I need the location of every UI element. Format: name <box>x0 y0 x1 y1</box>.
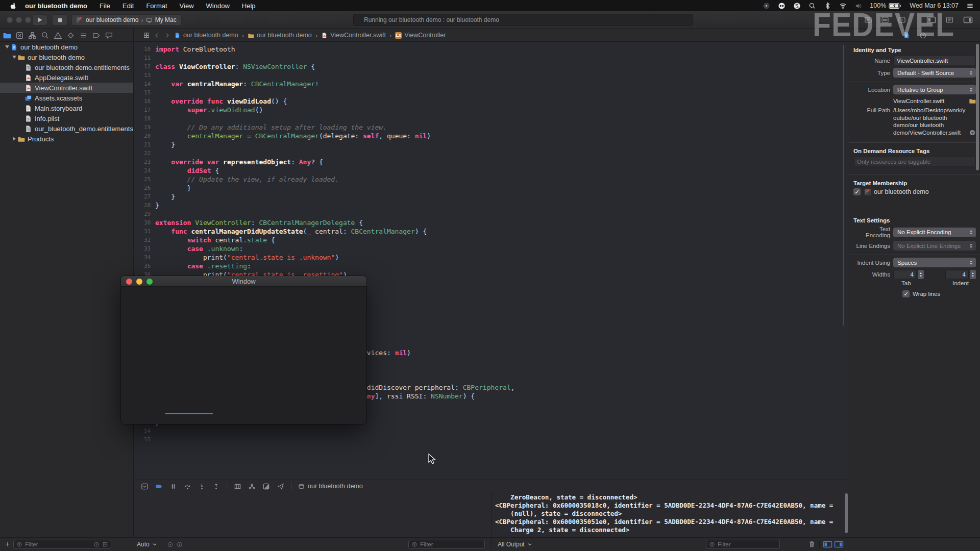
code-line[interactable]: 20 centralManager = CBCentralManager(del… <box>134 132 849 140</box>
code-line[interactable]: 13 <box>134 71 849 80</box>
show-only-modified-icon[interactable] <box>167 541 174 548</box>
close-button[interactable] <box>7 17 13 23</box>
bluetooth-icon[interactable] <box>824 2 831 10</box>
active-app-name[interactable]: our bluetooth demo <box>25 2 87 10</box>
step-into-icon[interactable] <box>198 483 206 490</box>
wifi-icon[interactable] <box>839 2 847 10</box>
wrap-lines-checkbox[interactable]: ✓ <box>902 290 910 297</box>
source-control-icon[interactable] <box>15 31 24 40</box>
code-line[interactable]: 34 print("central.state is .unknown") <box>134 253 849 262</box>
indent-using-dropdown[interactable]: Spaces <box>893 258 976 267</box>
issue-navigator-icon[interactable] <box>54 31 62 40</box>
step-out-icon[interactable] <box>212 483 220 490</box>
show-variables-view-icon[interactable] <box>823 540 832 548</box>
symbol-navigator-icon[interactable] <box>28 31 37 40</box>
file-tree-row[interactable]: Products <box>0 134 133 144</box>
code-line[interactable]: 14 var centralManager: CBCentralManager! <box>134 80 849 88</box>
screenshare-icon[interactable] <box>778 2 786 10</box>
view-hierarchy-icon[interactable] <box>234 483 241 490</box>
folder-icon[interactable] <box>969 97 976 105</box>
menu-view[interactable]: View <box>180 2 194 10</box>
version-editor-icon[interactable] <box>898 16 906 24</box>
navigator-filter-field[interactable]: Filter <box>13 540 111 549</box>
file-tree-row[interactable]: Assets.xcassets <box>0 93 133 103</box>
inspector-scrollbar[interactable] <box>976 44 979 170</box>
code-line[interactable]: 29 <box>134 210 849 218</box>
breadcrumb-item[interactable]: ExViewController <box>395 32 446 39</box>
report-navigator-icon[interactable] <box>105 31 113 40</box>
name-field[interactable]: ViewController.swift <box>893 56 976 65</box>
editor-scrollbar[interactable] <box>843 45 844 325</box>
standard-editor-icon[interactable] <box>864 16 872 24</box>
skype-icon[interactable] <box>793 2 801 10</box>
code-line[interactable]: 27 } <box>134 192 849 201</box>
indent-width-stepper[interactable]: 4 ▲▼ <box>945 270 976 279</box>
running-app-window[interactable]: Window <box>121 276 366 424</box>
type-dropdown[interactable]: Default - Swift Source <box>893 68 976 78</box>
variables-scope-selector[interactable]: Auto <box>137 541 183 548</box>
disclosure-toggle[interactable] <box>11 56 17 59</box>
variables-filter-field[interactable]: Filter <box>408 540 485 549</box>
stepper-buttons[interactable]: ▲▼ <box>918 270 924 279</box>
add-button[interactable] <box>4 541 11 547</box>
app-close-button[interactable] <box>126 279 132 285</box>
debug-process-chip[interactable]: our bluetooth demo <box>298 483 363 490</box>
breadcrumb-item[interactable]: ViewController.swift <box>321 32 386 39</box>
code-line[interactable]: 19 // Do any additional setup after load… <box>134 123 849 132</box>
environment-overrides-icon[interactable] <box>262 483 270 490</box>
clear-console-icon[interactable] <box>808 540 816 548</box>
variables-info-icon[interactable] <box>176 541 183 548</box>
file-tree-row[interactable]: our bluetooth demo <box>0 52 133 62</box>
tab-width-stepper[interactable]: 4 ▲▼ <box>893 270 924 279</box>
app-zoom-button[interactable] <box>146 279 153 285</box>
breadcrumb-item[interactable]: our bluetooth demo <box>248 32 312 39</box>
go-back-icon[interactable] <box>154 32 160 39</box>
line-endings-dropdown[interactable]: No Explicit Line Endings <box>893 241 976 251</box>
minimize-button[interactable] <box>16 17 22 23</box>
file-tree-row[interactable]: our bluetooth demo <box>0 42 133 52</box>
file-tree-row[interactable]: Main.storyboard <box>0 103 133 113</box>
notification-center-icon[interactable] <box>966 2 974 10</box>
assistant-editor-icon[interactable] <box>881 16 889 24</box>
disclosure-toggle[interactable] <box>11 137 17 141</box>
file-tree-row[interactable]: our bluetooth demo.entitlements <box>0 62 133 72</box>
debug-navigator-icon[interactable] <box>79 31 88 40</box>
code-line[interactable]: 33 case .unknown: <box>134 244 849 253</box>
code-line[interactable]: 22 <box>134 149 849 158</box>
code-line[interactable]: 25 // Update the view, if already loaded… <box>134 175 849 184</box>
target-membership-checkbox[interactable]: ✓ <box>853 188 861 195</box>
pause-icon[interactable] <box>169 483 177 490</box>
console-scrollbar[interactable] <box>845 493 848 533</box>
tab-width-value[interactable]: 4 <box>893 270 917 279</box>
memory-graph-icon[interactable] <box>248 483 256 490</box>
source-control-filter-icon[interactable] <box>102 541 108 547</box>
stop-button[interactable] <box>52 14 67 26</box>
volume-icon[interactable] <box>854 2 862 10</box>
app-window-titlebar[interactable]: Window <box>121 276 366 287</box>
simulate-location-icon[interactable] <box>277 483 284 490</box>
code-line[interactable]: 17 super.viewDidLoad() <box>134 106 849 114</box>
indent-width-value[interactable]: 4 <box>945 270 969 279</box>
breadcrumb-item[interactable]: our bluetooth demo <box>174 32 238 39</box>
quick-help-tab-icon[interactable] <box>919 32 927 39</box>
code-line[interactable]: 18 <box>134 114 849 123</box>
stepper-buttons[interactable]: ▲▼ <box>970 270 976 279</box>
breakpoints-icon[interactable] <box>155 483 163 490</box>
zoom-button[interactable] <box>25 17 31 23</box>
project-navigator-icon[interactable] <box>3 31 11 40</box>
go-forward-icon[interactable] <box>164 32 170 39</box>
breakpoint-navigator-icon[interactable] <box>92 31 101 40</box>
find-navigator-icon[interactable] <box>41 31 50 40</box>
code-line[interactable]: 10import CoreBluetooth <box>134 45 849 54</box>
step-over-icon[interactable] <box>184 483 191 490</box>
file-tree-row[interactable]: Info.plist <box>0 113 133 123</box>
code-line[interactable]: 32 switch central.state { <box>134 236 849 244</box>
code-line[interactable]: 35 case .resetting: <box>134 262 849 270</box>
show-console-view-icon[interactable] <box>834 540 844 548</box>
console-pane[interactable]: ZeroBeacon, state = disconnected><CBPeri… <box>492 492 849 537</box>
code-line[interactable]: 16 override func viewDidLoad() { <box>134 97 849 106</box>
menu-help[interactable]: Help <box>242 2 256 10</box>
menu-window[interactable]: Window <box>206 2 230 10</box>
test-navigator-icon[interactable] <box>66 31 75 40</box>
code-line[interactable]: 24 didSet { <box>134 166 849 175</box>
